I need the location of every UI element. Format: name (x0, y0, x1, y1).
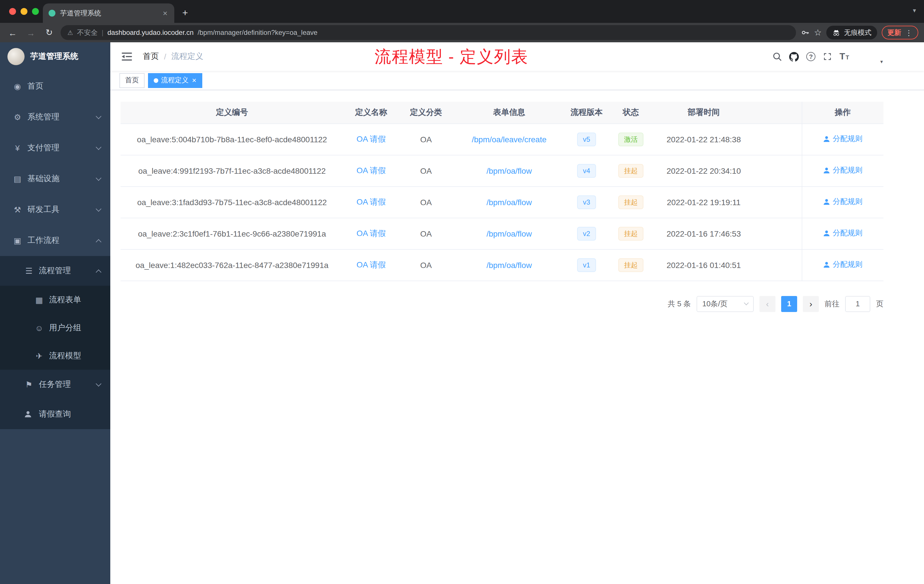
sidebar-item-home[interactable]: ◉ 首页 (0, 71, 110, 102)
assign-rule-button[interactable]: 分配规则 (823, 134, 863, 144)
user-icon (823, 261, 831, 269)
chevron-up-icon (96, 269, 101, 275)
github-icon[interactable] (789, 52, 799, 61)
font-size-icon[interactable]: TT (840, 51, 849, 62)
assign-rule-button[interactable]: 分配规则 (823, 228, 863, 239)
search-icon[interactable] (772, 52, 782, 61)
definition-name-link[interactable]: OA 请假 (356, 197, 386, 206)
goto-page-input[interactable] (845, 296, 870, 312)
breadcrumb: 首页 / 流程定义 (143, 51, 203, 62)
url-divider: | (102, 28, 104, 36)
gear-icon: ⚙ (13, 112, 22, 122)
form-link[interactable]: /bpm/oa/flow (487, 166, 532, 175)
next-page-button[interactable]: › (803, 296, 819, 312)
sidebar-item-process-management[interactable]: ☰ 流程管理 (0, 256, 110, 286)
back-button[interactable]: ← (6, 28, 20, 38)
goto-label: 前往 (825, 299, 840, 309)
maximize-window-button[interactable] (32, 8, 39, 15)
tag-home[interactable]: 首页 (119, 73, 145, 88)
definition-name-link[interactable]: OA 请假 (356, 228, 386, 238)
chevron-down-icon (96, 175, 101, 181)
reload-button[interactable]: ↻ (42, 27, 56, 38)
update-chrome-button[interactable]: 更新 ⋮ (882, 26, 918, 40)
close-window-button[interactable] (9, 8, 16, 15)
user-group-icon: ☺ (34, 323, 44, 332)
workflow-icon: ▣ (13, 236, 22, 245)
sidebar-item-user-group[interactable]: ☺ 用户分组 (0, 314, 110, 342)
new-tab-button[interactable]: + (182, 7, 188, 19)
chevron-down-icon (744, 300, 749, 305)
definition-table: 定义编号 定义名称 定义分类 表单信息 流程版本 状态 部署时间 操作 (120, 102, 883, 281)
status-badge: 挂起 (618, 258, 644, 272)
definition-name-link[interactable]: OA 请假 (356, 165, 386, 175)
browser-menu-icon[interactable]: ⋮ (905, 28, 912, 37)
definition-category: OA (399, 249, 453, 280)
sidebar-item-process-model[interactable]: ✈ 流程模型 (0, 342, 110, 370)
breadcrumb-home[interactable]: 首页 (143, 51, 159, 62)
pagination: 共 5 条 10条/页 ‹ 1 › 前往 页 (120, 296, 883, 312)
tab-title: 芋道管理系统 (60, 8, 157, 18)
form-link[interactable]: /bpm/oa/flow (487, 198, 532, 206)
sidebar-item-payment-management[interactable]: ¥ 支付管理 (0, 133, 110, 163)
definition-id: oa_leave:3:1fad3d93-7b75-11ec-a3c8-acde4… (120, 186, 343, 218)
user-avatar[interactable]: ▾ (860, 48, 883, 66)
sidebar-item-dev-tools[interactable]: ⚒ 研发工具 (0, 194, 110, 225)
incognito-badge: 无痕模式 (826, 26, 877, 40)
form-link[interactable]: /bpm/oa/flow (487, 229, 532, 238)
definition-name-link[interactable]: OA 请假 (356, 260, 386, 269)
assign-rule-button[interactable]: 分配规则 (823, 165, 863, 176)
help-icon[interactable]: ? (806, 52, 815, 61)
user-icon (823, 167, 831, 174)
bookmark-star-icon[interactable]: ☆ (814, 27, 822, 38)
definition-id: oa_leave:4:991f2193-7b7f-11ec-a3c8-acde4… (120, 155, 343, 186)
sidebar-item-workflow[interactable]: ▣ 工作流程 (0, 225, 110, 256)
browser-toolbar: ← → ↻ ⚠ 不安全 | dashboard.yudao.iocoder.cn… (0, 23, 924, 42)
tag-process-definition[interactable]: 流程定义 × (148, 73, 202, 88)
tab-search-icon[interactable]: ▾ (913, 7, 916, 14)
version-badge: v1 (577, 258, 596, 272)
password-key-icon[interactable] (800, 28, 809, 37)
page-number-1[interactable]: 1 (781, 296, 797, 312)
tab-close-icon[interactable]: × (162, 8, 168, 18)
sidebar-item-infrastructure[interactable]: ▤ 基础设施 (0, 163, 110, 194)
form-link[interactable]: /bpm/oa/leave/create (472, 135, 546, 144)
sidebar-item-system-management[interactable]: ⚙ 系统管理 (0, 102, 110, 133)
fullscreen-icon[interactable] (823, 52, 832, 61)
browser-tab[interactable]: 芋道管理系统 × (43, 3, 174, 23)
version-badge: v3 (577, 195, 596, 209)
assign-rule-button[interactable]: 分配规则 (823, 260, 863, 270)
sidebar-item-task-management[interactable]: ⚑ 任务管理 (0, 370, 110, 399)
tools-icon: ⚒ (13, 205, 22, 214)
top-navbar: 首页 / 流程定义 流程模型 - 定义列表 ? (110, 42, 924, 71)
prev-page-button[interactable]: ‹ (759, 296, 776, 312)
table-row: oa_leave:5:004b710b-7b8a-11ec-8ef0-acde4… (120, 124, 883, 155)
sidebar-item-process-form[interactable]: ▦ 流程表单 (0, 286, 110, 314)
tag-close-icon[interactable]: × (192, 76, 196, 84)
definition-category: OA (399, 155, 453, 186)
chevron-up-icon (96, 239, 101, 244)
form-icon: ▦ (34, 295, 44, 304)
version-badge: v4 (577, 164, 596, 177)
sidebar-item-leave-query[interactable]: 请假查询 (0, 399, 110, 429)
page-size-select[interactable]: 10条/页 (696, 296, 754, 312)
form-link[interactable]: /bpm/oa/flow (487, 260, 532, 269)
process-management-icon: ☰ (24, 266, 34, 276)
forward-button[interactable]: → (24, 28, 38, 38)
table-row: oa_leave:1:482ec033-762a-11ec-8477-a2380… (120, 249, 883, 280)
sidebar-toggle-icon[interactable] (119, 52, 134, 61)
tab-strip: 芋道管理系统 × + ▾ (0, 0, 924, 23)
minimize-window-button[interactable] (21, 8, 27, 15)
yen-icon: ¥ (13, 144, 22, 153)
col-definition-category: 定义分类 (399, 102, 453, 124)
version-badge: v2 (577, 226, 596, 240)
breadcrumb-separator: / (164, 52, 166, 61)
col-definition-name: 定义名称 (343, 102, 399, 124)
user-icon (823, 135, 831, 143)
user-icon (823, 198, 831, 206)
logo-avatar (7, 48, 25, 65)
col-form-info: 表单信息 (453, 102, 565, 124)
chevron-down-icon (96, 144, 101, 150)
address-bar[interactable]: ⚠ 不安全 | dashboard.yudao.iocoder.cn/bpm/m… (61, 25, 796, 40)
assign-rule-button[interactable]: 分配规则 (823, 197, 863, 207)
definition-name-link[interactable]: OA 请假 (356, 134, 386, 143)
